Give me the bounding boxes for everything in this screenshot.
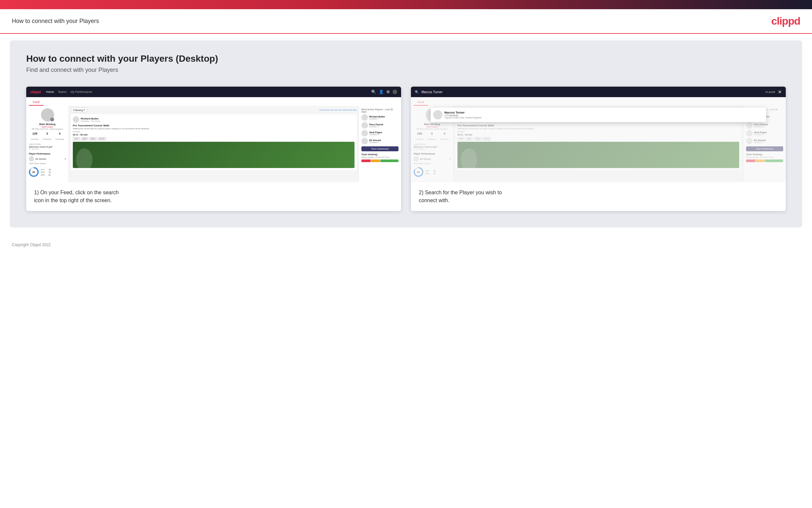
profile-club-2: Mill Ride Golf Club, United Kingdom — [414, 128, 450, 130]
mock-right-panel-1: Most Active Players - Last 30 days Richa… — [359, 106, 401, 182]
active-name-1: Richard Butler — [369, 116, 385, 118]
post-header: Richard Butler Yesterday · The Grove — [73, 116, 354, 123]
result-name: Marcus Turner — [444, 111, 482, 114]
heatmap-title-1: Team Heatmap — [362, 153, 398, 156]
active-player-3: Hiral Pujara Activities: 3 — [362, 130, 398, 136]
mock-nav-home[interactable]: Home — [46, 90, 54, 93]
activity-date: 27 Jul 2022 — [29, 148, 66, 150]
mock-nav-teams[interactable]: Teams — [58, 90, 66, 93]
mock-center-1: Following ▾ Control who can see your act… — [69, 106, 359, 182]
active-sub-1: Activities: 7 — [369, 118, 385, 120]
result-row: Marcus Turner 1-5 Handicap Cypress Point… — [433, 110, 763, 120]
following-row: Following ▾ Control who can see your act… — [71, 108, 356, 112]
team-dashboard-button-2: Team Dashboard — [746, 146, 783, 151]
team-dashboard-button-1[interactable]: Team Dashboard — [362, 146, 398, 151]
mock-body-1: Blair McHarg Golf Coach Mill Ride Golf C… — [26, 106, 401, 182]
clippd-logo: clippd — [771, 15, 800, 27]
following-button[interactable]: Following ▾ — [71, 108, 87, 112]
screenshot-card-2: 🔍 Marcus Turner CLEAR ✕ Marcus Turner 1-… — [411, 87, 786, 211]
screenshots-row: clippd Home Teams My Performance 🔍 👤 ⚙ — [26, 87, 786, 211]
result-info: Marcus Turner 1-5 Handicap Cypress Point… — [444, 111, 482, 119]
profile-name-1: Blair McHarg — [29, 123, 66, 126]
desc-text-2: 2) Search for the Player you wish toconn… — [419, 189, 778, 205]
post-author-avatar — [73, 116, 79, 123]
search-input-mock[interactable]: Marcus Turner — [421, 90, 763, 94]
feed-tab-2: Feed — [414, 99, 428, 106]
search-result: Marcus Turner 1-5 Handicap Cypress Point… — [431, 108, 766, 122]
activities-label: Activities — [31, 138, 39, 140]
active-avatar-4 — [362, 138, 368, 144]
post-title: Pre Tournament Course Walk — [73, 124, 354, 127]
stat-followers: 3 Followers — [43, 132, 51, 141]
stat-activities: 129 Activities — [31, 132, 39, 141]
active-avatar-1 — [362, 114, 368, 121]
result-avatar — [433, 110, 442, 120]
mock-nav-items-1: Home Teams My Performance — [46, 90, 92, 93]
tag-ott: OTT — [73, 137, 80, 140]
heatmap-segment-green — [380, 160, 399, 162]
main-subtitle: Find and connect with your Players — [26, 67, 786, 74]
stat-followers-2: 3 Followers — [428, 132, 436, 141]
profile-stats-2: 129 Activities 3 Followers 4 Following — [414, 132, 450, 141]
player-performance-title-1: Player Performance — [29, 153, 66, 155]
profile-stats-1: 129 Activities 3 Followers 4 Following — [29, 132, 66, 141]
stat-activities-2: 129 Activities — [416, 132, 423, 141]
feed-tab[interactable]: Feed — [29, 99, 44, 106]
active-name-3: Hiral Pujara — [369, 131, 382, 134]
active-sub-3: Activities: 3 — [369, 134, 382, 135]
tag-app: APP — [81, 137, 88, 140]
copyright-text: Copyright Clippd 2022 — [12, 243, 51, 247]
post-duration: 02 hr : 00 min — [73, 134, 354, 136]
screenshot-card-1: clippd Home Teams My Performance 🔍 👤 ⚙ — [26, 87, 401, 211]
activity-name: Afternoon round of golf — [29, 146, 66, 148]
post-author-name: Richard Butler — [81, 117, 100, 120]
footer: Copyright Clippd 2022 — [0, 237, 812, 252]
quality-label-1: Total Player Quality — [29, 162, 66, 164]
post-card-2: Richard Butler Yesterday · The Grove Pre… — [456, 114, 741, 170]
search-icon-sm: 🔍 — [415, 90, 419, 94]
player-name-1: Eli Vincent — [36, 158, 46, 160]
active-sub-4: Activities: 1 — [369, 141, 381, 143]
chevron-down-icon[interactable]: ▾ — [64, 158, 66, 161]
post-duration-label: Duration — [73, 131, 354, 133]
player-avatar-1 — [29, 156, 34, 162]
main-title: How to connect with your Players (Deskto… — [26, 53, 786, 64]
result-club: Cypress Point Club, United Kingdom — [444, 117, 482, 119]
bar-ott: OTT 79 — [41, 169, 51, 171]
mock-logo-1: clippd — [30, 90, 41, 94]
mock-nav-right-1: 🔍 👤 ⚙ — [371, 90, 397, 94]
settings-icon-nav[interactable]: ⚙ — [386, 90, 390, 94]
user-icon-nav[interactable]: 👤 — [379, 90, 384, 94]
control-link[interactable]: Control who can see your activity and da… — [320, 109, 356, 111]
mock-nav-1: clippd Home Teams My Performance 🔍 👤 ⚙ — [26, 87, 401, 97]
mock-app-1: clippd Home Teams My Performance 🔍 👤 ⚙ — [26, 87, 401, 182]
tag-putt: PUTT — [98, 137, 106, 140]
profile-role-2: Golf Coach — [414, 126, 450, 128]
stat-following-2: 4 Following — [440, 132, 448, 141]
heatmap-bar-1 — [362, 160, 398, 162]
post-tags: OTT APP ARG PUTT — [73, 137, 354, 140]
active-avatar-2 — [362, 122, 368, 129]
profile-club-1: Mill Ride Golf Club, United Kingdom — [29, 128, 66, 130]
post-author-sub: Yesterday · The Grove — [81, 120, 100, 122]
close-icon[interactable]: ✕ — [778, 89, 782, 94]
feed-tab-container: Feed — [26, 97, 401, 106]
avatar-nav[interactable] — [392, 90, 397, 94]
desc-text-1: 1) On your Feed, click on the searchicon… — [34, 189, 393, 205]
bar-app: APP 70 — [41, 171, 51, 173]
profile-role-1: Golf Coach — [29, 126, 66, 128]
active-player-1: Richard Butler Activities: 7 — [362, 114, 398, 121]
result-handicap: 1-5 Handicap — [444, 114, 482, 117]
search-icon-nav[interactable]: 🔍 — [371, 90, 376, 94]
heatmap-segment-orange — [371, 160, 380, 162]
mock-nav-performance[interactable]: My Performance — [70, 90, 92, 93]
active-players-title: Most Active Players - Last 30 days — [362, 108, 398, 113]
post-desc: Walking the course with my coach to buil… — [73, 128, 354, 130]
clear-button[interactable]: CLEAR — [765, 91, 775, 93]
page-title: How to connect with your Players — [12, 18, 99, 25]
profile-image-1 — [41, 108, 54, 121]
quality-value-1: 84 — [30, 168, 37, 176]
mock-search-bar: 🔍 Marcus Turner CLEAR ✕ — [411, 87, 786, 97]
followers-label: Followers — [43, 138, 51, 140]
heatmap-segment-red — [362, 160, 371, 162]
